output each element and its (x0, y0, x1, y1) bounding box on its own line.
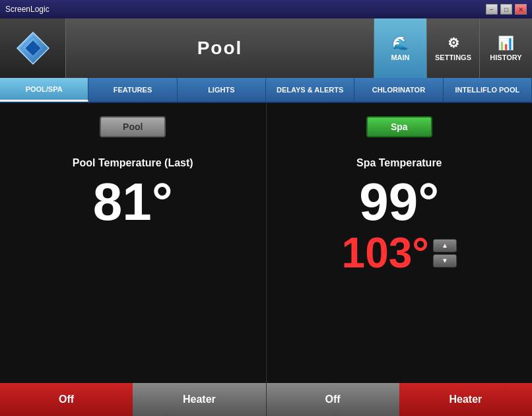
subnav-intelliflo[interactable]: INTELLIFLO POOL (444, 78, 532, 102)
subnav-lights-label: LIGHTS (208, 86, 234, 94)
title-bar: ScreenLogic − □ ✕ (0, 0, 532, 18)
subnav-pool-spa[interactable]: POOL/SPA (0, 78, 88, 102)
tab-history-label: HISTORY (490, 53, 521, 61)
window-controls: − □ ✕ (486, 4, 527, 15)
minimize-button[interactable]: − (486, 4, 498, 15)
tab-history[interactable]: 📊 HISTORY (479, 18, 532, 78)
tab-main[interactable]: 🌊 MAIN (374, 18, 426, 78)
spa-stepper: ▲ ▼ (433, 239, 457, 267)
spa-temp-down-button[interactable]: ▼ (433, 254, 457, 267)
subnav-chlorinator-label: CHLORINATOR (372, 86, 425, 94)
main-icon: 🌊 (392, 35, 409, 51)
subnav-chlorinator[interactable]: CHLORINATOR (354, 78, 443, 102)
main-content: Pool Pool Temperature (Last) 81° Off Hea… (0, 103, 532, 416)
subnav-delays-alerts[interactable]: DELAYS & ALERTS (266, 78, 354, 102)
pool-heater-button[interactable]: Heater (133, 383, 265, 416)
up-arrow-icon: ▲ (442, 242, 448, 249)
subnav-delays-alerts-label: DELAYS & ALERTS (277, 86, 343, 94)
down-arrow-icon: ▼ (442, 257, 448, 264)
page-title: Pool (197, 38, 243, 59)
subnav-features-label: FEATURES (114, 86, 152, 94)
subnav-lights[interactable]: LIGHTS (178, 78, 266, 102)
spa-off-button[interactable]: Off (267, 383, 399, 416)
sub-nav: POOL/SPA FEATURES LIGHTS DELAYS & ALERTS… (0, 78, 532, 103)
spa-temp-label: Spa Temperature (356, 157, 442, 169)
spa-heater-button[interactable]: Heater (399, 383, 532, 416)
spa-setpoint-value: 103° (342, 232, 429, 274)
app-title: ScreenLogic (5, 5, 50, 14)
tab-settings-label: SETTINGS (435, 53, 471, 61)
spa-temp-up-button[interactable]: ▲ (433, 239, 457, 252)
pool-temp-label: Pool Temperature (Last) (73, 157, 193, 169)
spa-heater-bar: Off Heater (267, 383, 533, 416)
maximize-button[interactable]: □ (500, 4, 512, 15)
pool-off-button[interactable]: Off (0, 383, 133, 416)
header: Pool 🌊 MAIN ⚙ SETTINGS 📊 HISTORY (0, 18, 532, 78)
subnav-pool-spa-label: POOL/SPA (26, 85, 63, 93)
logo-area (0, 18, 66, 78)
tab-main-label: MAIN (391, 53, 409, 61)
app-logo (16, 31, 50, 65)
close-button[interactable]: ✕ (515, 4, 527, 15)
pool-temp-value: 81° (93, 176, 173, 228)
subnav-features[interactable]: FEATURES (88, 78, 177, 102)
history-icon: 📊 (498, 35, 514, 51)
nav-tabs: 🌊 MAIN ⚙ SETTINGS 📊 HISTORY (374, 18, 532, 78)
settings-icon: ⚙ (448, 35, 459, 51)
page-title-area: Pool (66, 18, 374, 78)
spa-panel: Spa Spa Temperature 99° 103° ▲ ▼ Off Hea… (267, 103, 533, 416)
tab-settings[interactable]: ⚙ SETTINGS (426, 18, 479, 78)
pool-panel: Pool Pool Temperature (Last) 81° Off Hea… (0, 103, 267, 416)
pool-toggle-button[interactable]: Pool (100, 116, 166, 137)
spa-toggle-button[interactable]: Spa (366, 116, 432, 137)
pool-heater-bar: Off Heater (0, 383, 266, 416)
spa-temp-value: 99° (359, 176, 439, 228)
spa-setpoint-row: 103° ▲ ▼ (342, 232, 457, 274)
subnav-intelliflo-label: INTELLIFLO POOL (455, 86, 519, 94)
